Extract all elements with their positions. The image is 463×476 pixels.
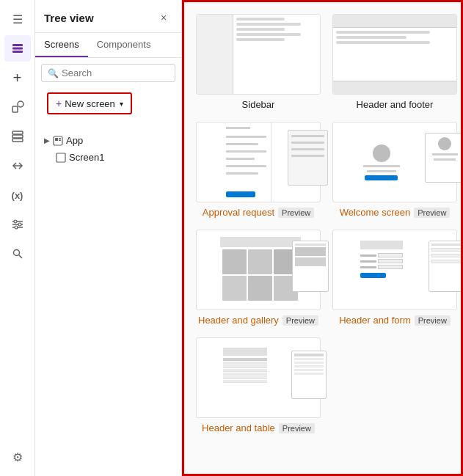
search-icon-small: 🔍: [48, 68, 59, 78]
tree-item-app[interactable]: ▶ App: [35, 132, 181, 149]
table-label: Header and table Preview: [202, 422, 315, 433]
svg-rect-1: [12, 48, 23, 50]
screen-card-welcome[interactable]: Welcome screen Preview: [332, 122, 457, 218]
main-content: Sidebar Header and footer: [182, 0, 463, 476]
tree-view-panel: Tree view × Screens Components 🔍 + New s…: [35, 0, 182, 476]
welcome-thumbnail: [332, 122, 457, 202]
app-icon: [53, 136, 63, 146]
add-icon[interactable]: +: [4, 65, 31, 91]
svg-point-4: [18, 101, 23, 107]
screen-card-approval[interactable]: Approval request Preview: [196, 122, 321, 218]
panel-header: Tree view ×: [35, 0, 181, 33]
svg-point-13: [18, 223, 21, 226]
form-label: Header and form Preview: [339, 315, 451, 326]
svg-point-14: [15, 226, 18, 229]
chevron-down-icon: ▾: [120, 100, 123, 108]
controls-icon[interactable]: [4, 211, 31, 238]
table-thumbnail: [196, 337, 321, 418]
svg-line-16: [18, 255, 22, 259]
svg-rect-17: [54, 136, 62, 145]
gallery-thumbnail: [196, 230, 321, 310]
screens-grid: Sidebar Header and footer: [184, 2, 461, 445]
form-thumbnail: [332, 230, 457, 310]
chevron-right-icon: ▶: [44, 136, 50, 144]
svg-rect-21: [56, 153, 65, 162]
new-screen-button[interactable]: + New screen ▾: [47, 92, 132, 114]
sidebar-thumbnail: [196, 14, 321, 95]
sidebar-label: Sidebar: [242, 99, 275, 110]
search-input[interactable]: [62, 67, 169, 78]
gallery-label: Header and gallery Preview: [198, 315, 318, 326]
svg-rect-19: [59, 138, 61, 139]
header-footer-label: Header and footer: [357, 99, 434, 110]
table-preview-badge: Preview: [279, 423, 315, 433]
screen-card-sidebar[interactable]: Sidebar: [196, 14, 321, 110]
svg-rect-7: [12, 139, 23, 142]
svg-rect-6: [12, 135, 23, 138]
tab-components[interactable]: Components: [88, 33, 160, 57]
tabs-container: Screens Components: [35, 33, 181, 58]
svg-rect-5: [12, 131, 23, 134]
svg-rect-3: [12, 106, 18, 112]
plus-icon: +: [56, 98, 62, 109]
panel-title: Tree view: [44, 12, 94, 24]
tree-section: ▶ App Screen1: [35, 126, 181, 476]
shapes-icon[interactable]: [4, 94, 31, 120]
svg-rect-2: [12, 51, 23, 53]
vars-icon[interactable]: (x): [4, 182, 31, 208]
screen1-label: Screen1: [69, 152, 104, 163]
search-box: 🔍: [41, 64, 175, 82]
screen-icon: [56, 153, 66, 163]
layers-icon[interactable]: [4, 35, 31, 62]
svg-rect-20: [59, 139, 61, 141]
welcome-label: Welcome screen Preview: [340, 207, 451, 218]
svg-rect-0: [12, 44, 23, 46]
screen-card-form[interactable]: Header and form Preview: [332, 230, 457, 326]
approval-thumbnail: [196, 122, 321, 202]
close-button[interactable]: ×: [155, 9, 172, 26]
svg-rect-18: [55, 138, 58, 141]
screen-card-gallery[interactable]: Header and gallery Preview: [196, 230, 321, 326]
svg-point-15: [13, 250, 19, 256]
left-toolbar: ☰ + (x): [0, 0, 35, 476]
approval-preview-badge: Preview: [278, 208, 314, 218]
gallery-preview-badge: Preview: [282, 315, 318, 326]
arrows-icon[interactable]: [4, 153, 31, 179]
hamburger-icon[interactable]: ☰: [4, 6, 31, 32]
tab-screens[interactable]: Screens: [35, 33, 88, 57]
data-icon[interactable]: [4, 123, 31, 150]
screen-card-table[interactable]: Header and table Preview: [196, 337, 321, 433]
screen-card-header-footer[interactable]: Header and footer: [332, 14, 457, 110]
settings-icon[interactable]: ⚙: [4, 444, 31, 470]
form-preview-badge: Preview: [415, 315, 451, 326]
approval-label: Approval request Preview: [203, 207, 314, 218]
header-footer-thumbnail: [332, 14, 457, 95]
app-label: App: [66, 135, 83, 146]
welcome-preview-badge: Preview: [414, 208, 450, 218]
tree-item-screen1[interactable]: Screen1: [35, 149, 181, 166]
new-screen-label: New screen: [65, 98, 115, 109]
search-icon[interactable]: [4, 241, 31, 267]
svg-point-12: [14, 220, 17, 223]
